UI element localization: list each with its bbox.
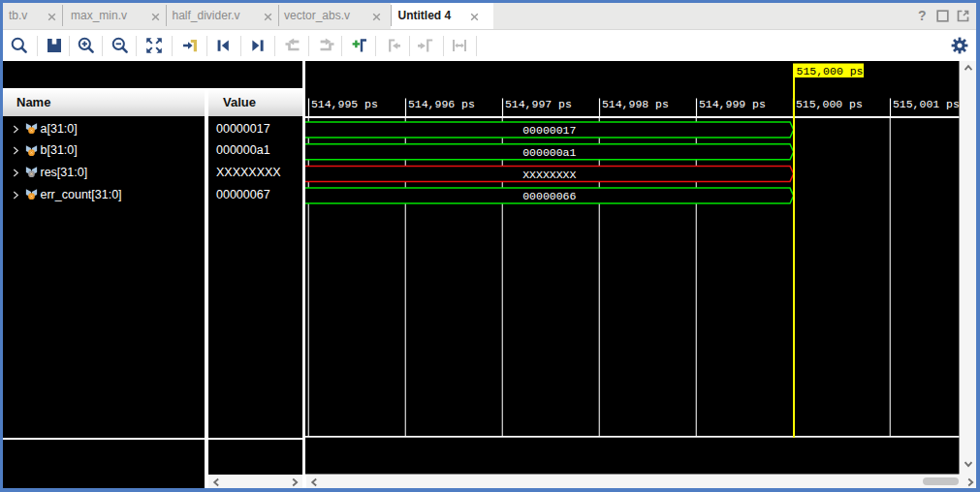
svg-text:515,001 ps: 515,001 ps	[893, 98, 960, 110]
svg-text:XXXXXXXX: XXXXXXXX	[522, 169, 576, 181]
svg-text:000000a1: 000000a1	[522, 146, 576, 159]
svg-text:514,995 ps: 514,995 ps	[311, 98, 378, 110]
svg-text:515,000 ps: 515,000 ps	[796, 98, 863, 110]
svg-text:00000017: 00000017	[522, 124, 576, 137]
svg-text:515,000 ps: 515,000 ps	[797, 65, 864, 77]
svg-text:00000066: 00000066	[522, 190, 576, 202]
svg-text:514,997 ps: 514,997 ps	[505, 98, 572, 110]
svg-text:514,998 ps: 514,998 ps	[602, 98, 669, 110]
svg-text:514,999 ps: 514,999 ps	[699, 98, 766, 110]
svg-text:514,996 ps: 514,996 ps	[408, 98, 475, 110]
